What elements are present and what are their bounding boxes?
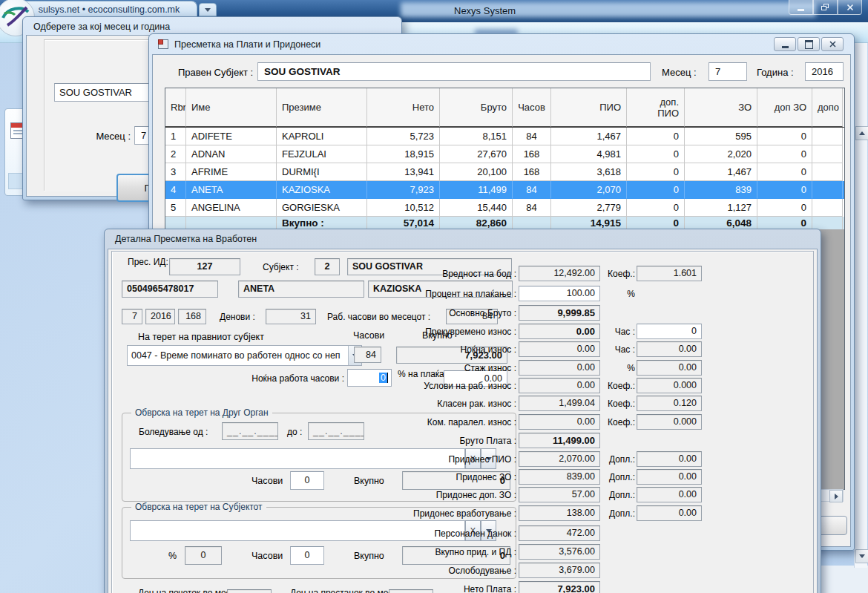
extra-field-label: Коеф.:	[602, 269, 635, 279]
table-row[interactable]: 4ANETAKAZIOSKA7,92311,499842,07008390	[165, 181, 844, 199]
close-button[interactable]	[838, 0, 862, 15]
column-header[interactable]: доп ЗО	[757, 88, 812, 127]
cell: 839	[685, 181, 757, 199]
cell: ADNAN	[186, 145, 277, 163]
cell: KAPROLI	[277, 128, 367, 145]
cell: ADIFETE	[186, 128, 277, 145]
column-header[interactable]: Rbr	[165, 88, 186, 127]
cell: ANETA	[186, 181, 277, 199]
payroll-titlebar[interactable]: Пресметка на Плати и Придонеси	[149, 34, 854, 39]
detail-title: Детална Пресметка на Вработен	[115, 234, 257, 244]
scroll-right-button[interactable]	[829, 490, 843, 502]
cell: 0	[757, 128, 812, 145]
field-value-box: 11,499.00	[519, 433, 600, 448]
column-header[interactable]: ЗО	[685, 88, 757, 127]
cell: 8,151	[440, 128, 513, 145]
payroll-window-controls	[774, 37, 844, 51]
subject-value: SOU GOSTIVAR	[264, 66, 341, 77]
extra-field-value-box: 0.00	[637, 469, 702, 485]
cell: 84	[513, 199, 551, 217]
cell: 82,860	[440, 217, 513, 229]
scroll-up-button[interactable]	[855, 126, 868, 140]
dialog-month-value: 7	[141, 130, 146, 141]
extra-field-label: Час :	[602, 327, 635, 337]
cell	[812, 217, 843, 229]
cell: 84	[513, 128, 551, 145]
column-header[interactable]: допо	[812, 88, 843, 127]
field-value-box[interactable]: 100.00	[519, 286, 600, 301]
month-value: 7	[715, 66, 720, 77]
column-header[interactable]: Име	[186, 88, 277, 127]
field-label: Ослободување :	[411, 566, 516, 576]
cell: 3,618	[551, 163, 627, 181]
field-value-box: 57.00	[519, 487, 600, 502]
extra-field-value-box[interactable]: 0	[637, 324, 702, 339]
column-header[interactable]: Презиме	[277, 88, 367, 127]
field-label: Ноќна износ :	[411, 344, 516, 355]
column-header[interactable]: Нето	[367, 88, 440, 127]
extra-field-value-box: 0.00	[637, 341, 702, 357]
detail-titlebar[interactable]: Детална Пресметка на Вработен	[105, 229, 821, 244]
cell: 27,670	[440, 145, 513, 163]
browser-tab[interactable]: sulsys.net • ecoconsulting.com.mk	[21, 1, 197, 17]
field-value-box: 2,070.00	[519, 451, 600, 467]
cell: 0	[627, 199, 685, 217]
cell: 18,915	[367, 145, 440, 163]
cell: 2,020	[685, 145, 757, 163]
extra-field-value-box: 0.00	[637, 487, 702, 502]
cell: 0	[627, 163, 685, 181]
cell	[513, 217, 551, 229]
browser-tab-dropdown[interactable]	[199, 3, 217, 16]
table-row[interactable]: 5ANGELINAGORGIESKA10,51215,440842,77901,…	[165, 199, 844, 217]
table-row[interactable]: 2ADNANFEJZULAI18,91527,6701684,98102,020…	[165, 145, 844, 163]
column-header[interactable]: Бруто	[440, 88, 513, 127]
column-header[interactable]: ПИО	[551, 88, 627, 127]
scroll-down-button[interactable]	[855, 549, 868, 563]
cell: 14,915	[551, 217, 627, 229]
cell: 0	[627, 145, 685, 163]
month-input[interactable]: 7	[708, 62, 747, 81]
cell: 0	[627, 128, 685, 145]
cell: 3	[165, 163, 186, 181]
cell: 6,048	[685, 217, 757, 229]
cell: 20,100	[440, 163, 513, 181]
cell: 5	[165, 199, 186, 217]
column-header[interactable]: доп. ПИО	[627, 88, 685, 127]
cell	[812, 128, 843, 145]
year-input[interactable]: 2016	[805, 62, 844, 81]
extra-field-label: %	[602, 289, 635, 299]
restore-button[interactable]	[813, 0, 838, 15]
field-value-box: 9,999.85	[519, 305, 600, 321]
table-row[interactable]: 3AFRIMEDURMI{I13,94120,1001683,61801,467…	[165, 163, 844, 181]
cell: 2,070	[551, 181, 627, 199]
table-row[interactable]: 1ADIFETEKAPROLI5,7238,151841,46705950	[165, 128, 844, 145]
arrow-up-icon	[859, 131, 865, 135]
field-value-box: 0.00	[519, 360, 600, 376]
month-dialog-titlebar[interactable]: Одберете за кој месец и година	[23, 17, 401, 32]
subject-label: Правен Субјект :	[178, 67, 253, 78]
cell: 11,499	[440, 181, 513, 199]
field-value-box: 138.00	[519, 505, 600, 521]
cell: 0	[627, 217, 685, 229]
column-header[interactable]: Часов	[513, 88, 551, 127]
field-label: Персонален данок :	[411, 528, 516, 539]
field-value-box: 472.00	[519, 525, 600, 541]
cell: 0	[627, 181, 685, 199]
minimize-button[interactable]	[789, 0, 813, 15]
field-label: Прекувремено износ :	[411, 327, 516, 337]
field-value-box: 1,499.04	[519, 396, 600, 411]
minimize-button[interactable]	[774, 37, 796, 51]
subject-input[interactable]: SOU GOSTIVAR	[257, 62, 651, 81]
cell: Вкупно :	[277, 217, 367, 229]
grid-header-row: RbrИмеПрезимеНетоБрутоЧасовПИОдоп. ПИОЗО…	[165, 88, 844, 128]
field-label: Нето Плата :	[411, 584, 516, 593]
cell	[165, 217, 186, 229]
cell: 5,723	[367, 128, 440, 145]
field-label: Придонес ЗО :	[411, 472, 516, 482]
close-button[interactable]	[821, 37, 844, 51]
detail-right-column: Вредност на бод :12,492.00Коеф.:1.601Про…	[108, 249, 817, 593]
maximize-button[interactable]	[798, 37, 820, 51]
mdi-vertical-scrollbar[interactable]	[854, 43, 867, 568]
extra-field-value-box: 1.601	[637, 266, 702, 281]
field-value-box: 0.00	[519, 378, 600, 393]
